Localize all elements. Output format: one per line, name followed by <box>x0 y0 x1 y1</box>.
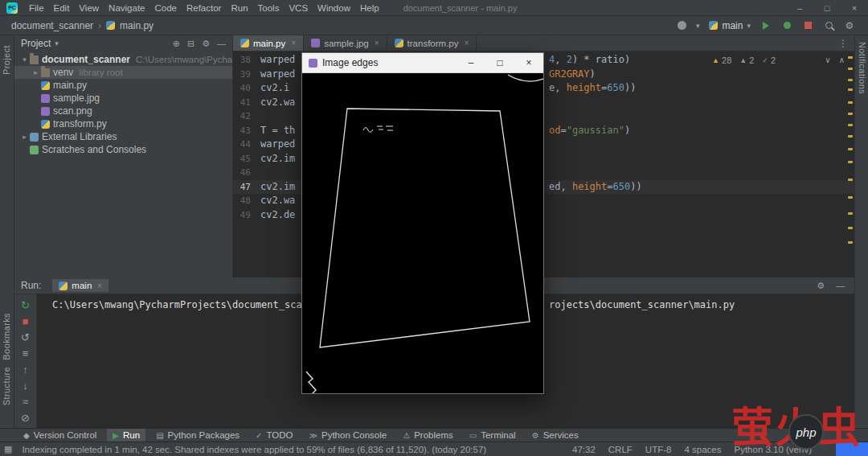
line-number[interactable]: 40 <box>233 81 251 96</box>
tree-chevron-icon[interactable]: ▸ <box>19 133 30 141</box>
menu-window[interactable]: Window <box>313 0 355 16</box>
file-encoding[interactable]: UTF-8 <box>645 445 672 454</box>
maximize-icon[interactable]: □ <box>813 0 841 16</box>
close-icon[interactable]: × <box>841 0 868 16</box>
tree-item-main-py[interactable]: main.py <box>14 79 232 92</box>
close-icon[interactable]: × <box>514 53 543 73</box>
hide-panel-icon[interactable]: — <box>217 39 226 49</box>
toolwindow-button-terminal[interactable]: ▭Terminal <box>464 429 522 442</box>
warning-stripe-mark[interactable] <box>848 101 853 104</box>
line-number[interactable]: 46 <box>233 166 251 180</box>
toolbar-run-icon[interactable] <box>760 20 772 31</box>
tab-sample-jpg[interactable]: sample.jpg× <box>304 35 387 51</box>
toolwindow-button-python-packages[interactable]: ▤Python Packages <box>150 429 245 442</box>
indent-style[interactable]: 4 spaces <box>684 445 721 454</box>
menu-refactor[interactable]: Refactor <box>182 0 226 16</box>
hide-panel-icon[interactable]: — <box>836 281 845 291</box>
line-number[interactable]: 39 <box>233 68 251 82</box>
line-number[interactable]: 41 <box>233 96 251 110</box>
run-config-selector[interactable]: main ▾ <box>709 20 751 31</box>
toolbar-search-everywhere-icon[interactable] <box>823 20 834 31</box>
breadcrumb-item-main-py[interactable]: main.py <box>120 20 154 31</box>
line-number[interactable]: 44 <box>233 138 251 152</box>
user-avatar-icon[interactable] <box>678 21 686 30</box>
clear-all-icon[interactable]: ⊘ <box>21 413 30 423</box>
menu-run[interactable]: Run <box>226 0 252 16</box>
line-number[interactable]: 42 <box>233 109 251 124</box>
line-separator[interactable]: CRLF <box>608 445 633 454</box>
toolwindow-button-python-console[interactable]: ≫Python Console <box>304 429 393 442</box>
warning-stripe-mark[interactable] <box>848 56 853 59</box>
locate-file-icon[interactable]: ⊕ <box>173 39 180 49</box>
close-icon[interactable]: × <box>291 39 296 47</box>
stripe-label-notifications[interactable]: Notifications <box>858 42 867 94</box>
tree-item-external-libraries[interactable]: ▸External Libraries <box>14 130 232 143</box>
warning-stripe-mark[interactable] <box>848 113 853 115</box>
tree-item-transform-py[interactable]: transform.py <box>14 117 232 130</box>
menu-view[interactable]: View <box>74 0 104 16</box>
toolbar-debug-icon[interactable] <box>781 20 792 31</box>
stripe-label-structure[interactable]: Structure <box>2 367 11 405</box>
toolwindow-button-version-control[interactable]: ◆Version Control <box>18 429 102 442</box>
warning-stripe-mark[interactable] <box>848 212 853 215</box>
line-number[interactable]: 48 <box>233 194 251 208</box>
menu-tools[interactable]: Tools <box>253 0 285 16</box>
inspection-item-1[interactable]: ▲2 <box>739 55 754 65</box>
warning-stripe-mark[interactable] <box>848 88 853 91</box>
stripe-label-project[interactable]: Project <box>2 45 11 75</box>
menu-edit[interactable]: Edit <box>49 0 75 16</box>
history-icon[interactable]: ≡ <box>23 348 29 359</box>
gear-icon[interactable]: ⚙ <box>817 281 825 291</box>
line-number[interactable]: 45 <box>233 152 251 166</box>
tree-chevron-icon[interactable]: ▾ <box>19 55 30 64</box>
tree-item-scan-png[interactable]: scan.png <box>14 105 232 117</box>
project-panel-title[interactable]: Project <box>21 38 51 49</box>
tab-transform-py[interactable]: transform.py× <box>387 35 477 51</box>
scroll-up-icon[interactable]: ↑ <box>23 364 28 375</box>
tree-item-sample-jpg[interactable]: sample.jpg <box>14 92 232 105</box>
tree-item-document-scanner[interactable]: ▾document_scannerC:\Users\mwang\PycharmP… <box>14 53 232 66</box>
toolbar-settings-icon[interactable]: ⚙ <box>844 20 855 31</box>
breadcrumb-item-document-scanner[interactable]: document_scanner <box>11 20 93 31</box>
warning-stripe-mark[interactable] <box>848 148 853 150</box>
warning-stripe-mark[interactable] <box>848 124 853 126</box>
warning-stripe-mark[interactable] <box>848 241 853 244</box>
stop-icon[interactable]: ■ <box>23 316 29 327</box>
maximize-icon[interactable]: □ <box>485 53 514 73</box>
stripe-label-bookmarks[interactable]: Bookmarks <box>2 313 11 360</box>
minimize-icon[interactable]: – <box>457 53 485 73</box>
inspection-item-0[interactable]: ▲28 <box>712 55 731 65</box>
image-window-titlebar[interactable]: Image edges – □ × <box>302 53 543 73</box>
line-number[interactable]: 47 <box>233 180 251 195</box>
warning-stripe-mark[interactable] <box>848 68 853 70</box>
run-tab-main[interactable]: main × <box>52 279 108 292</box>
tree-chevron-icon[interactable]: ▸ <box>31 68 41 76</box>
next-problem-icon[interactable]: ∨ <box>825 55 830 64</box>
close-icon[interactable]: × <box>465 39 469 47</box>
tree-item-scratches-and-consoles[interactable]: Scratches and Consoles <box>14 143 232 156</box>
close-icon[interactable]: × <box>375 39 379 47</box>
warning-stripe-mark[interactable] <box>848 161 853 163</box>
restore-layout-icon[interactable]: ↺ <box>21 332 30 343</box>
toolbar-stop-icon[interactable] <box>802 20 813 31</box>
minimize-icon[interactable]: – <box>786 0 813 16</box>
warning-stripe-mark[interactable] <box>848 135 853 138</box>
line-number[interactable]: 49 <box>233 208 251 223</box>
soft-wrap-icon[interactable]: ≈ <box>23 396 28 407</box>
menu-vcs[interactable]: VCS <box>284 0 313 16</box>
warning-stripe-mark[interactable] <box>848 179 853 181</box>
chevron-down-icon[interactable]: ▾ <box>55 39 59 47</box>
tab-main-py[interactable]: main.py× <box>233 35 304 51</box>
python-interpreter[interactable]: Python 3.10 (venv) <box>734 445 812 454</box>
toolwindow-button-services[interactable]: ⚙Services <box>526 429 584 442</box>
toolwindow-button-todo[interactable]: ✓TODO <box>250 429 298 442</box>
warning-stripe-mark[interactable] <box>848 79 853 81</box>
close-icon[interactable]: × <box>97 281 102 290</box>
chevron-down-icon[interactable]: ▾ <box>696 22 700 30</box>
scroll-down-icon[interactable]: ↓ <box>23 380 28 391</box>
menu-navigate[interactable]: Navigate <box>104 0 149 16</box>
caret-position[interactable]: 47:32 <box>572 445 596 454</box>
warning-stripe-mark[interactable] <box>848 227 853 229</box>
line-number[interactable]: 38 <box>233 53 251 68</box>
gear-icon[interactable]: ⚙ <box>202 39 210 49</box>
